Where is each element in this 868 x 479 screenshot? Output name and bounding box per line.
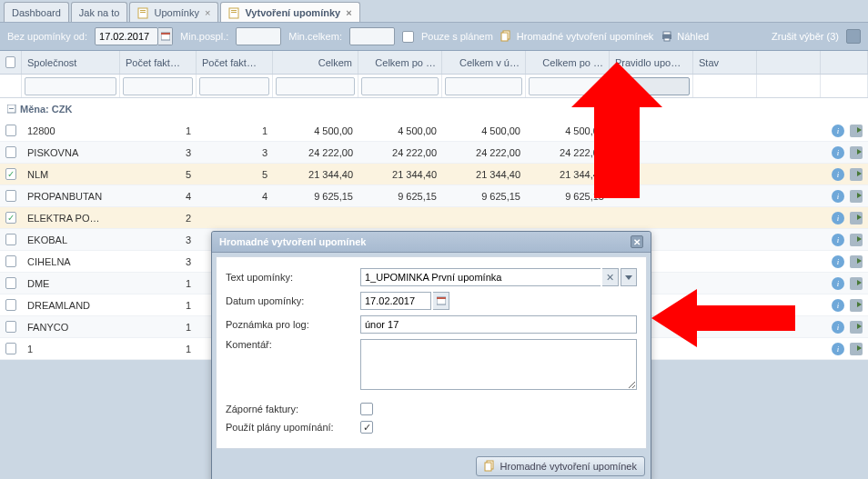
poznamka-input[interactable] <box>360 315 637 334</box>
poznamka-label: Poznámka pro log: <box>226 319 360 330</box>
zaporne-checkbox[interactable] <box>360 403 373 415</box>
info-icon[interactable]: i <box>832 299 844 312</box>
row-checkbox[interactable] <box>5 234 16 245</box>
filter-total-po2[interactable] <box>529 77 606 95</box>
close-icon[interactable]: × <box>346 7 351 18</box>
go-icon[interactable] <box>850 212 863 225</box>
row-checkbox[interactable] <box>5 168 16 180</box>
filter-inv1[interactable] <box>123 77 193 95</box>
bulk-create-label: Hromadné vytvoření upomínek <box>517 31 653 42</box>
info-icon[interactable]: i <box>832 255 844 268</box>
go-icon[interactable] <box>850 125 863 137</box>
info-icon[interactable]: i <box>832 168 844 181</box>
cell-total: 9 625,15 <box>273 191 358 202</box>
go-icon[interactable] <box>850 343 863 355</box>
row-checkbox[interactable] <box>5 321 16 333</box>
info-icon[interactable]: i <box>832 190 844 203</box>
tab-reminders[interactable]: Upomínky × <box>129 2 218 22</box>
col-company[interactable]: Společnost <box>22 51 120 74</box>
chevron-down-icon[interactable] <box>621 268 637 286</box>
preview-button[interactable]: Náhled <box>661 30 709 43</box>
dropdown-button[interactable] <box>846 29 861 44</box>
tab-dashboard[interactable]: Dashboard <box>4 2 69 22</box>
min-celkem-input[interactable] <box>349 27 395 45</box>
table-row[interactable]: PISKOVNA3324 222,0024 222,0024 222,0024 … <box>0 142 868 164</box>
bulk-create-button[interactable]: Hromadné vytvoření upomínek <box>500 30 653 43</box>
table-row[interactable]: NLM5521 344,4021 344,4021 344,4021 344,4… <box>0 164 868 185</box>
text-upominky-input[interactable] <box>360 268 601 286</box>
calendar-icon[interactable] <box>433 292 449 310</box>
col-total-po2[interactable]: Celkem po … <box>526 51 610 74</box>
go-icon[interactable] <box>850 277 863 290</box>
col-inv2[interactable]: Počet fakt… <box>197 51 273 74</box>
col-inv1[interactable]: Počet fakt… <box>120 51 197 74</box>
go-icon[interactable] <box>850 299 863 312</box>
table-row[interactable]: PROPANBUTAN449 625,159 625,159 625,159 6… <box>0 185 868 207</box>
cell-inv2: 1 <box>197 125 273 136</box>
cancel-selection-button[interactable]: Zrušit výběr (3) <box>772 31 839 42</box>
filter-total-po[interactable] <box>361 77 439 95</box>
col-total-po[interactable]: Celkem po … <box>358 51 442 74</box>
row-checkbox[interactable] <box>5 277 16 289</box>
col-total-vu[interactable]: Celkem v ú… <box>442 51 526 74</box>
row-checkbox[interactable] <box>5 125 16 136</box>
cell-inv1: 1 <box>120 300 197 311</box>
go-icon[interactable] <box>850 168 863 181</box>
datum-input[interactable] <box>360 292 431 310</box>
row-checkbox[interactable] <box>5 343 16 354</box>
cell-total-vu: 24 222,00 <box>442 147 526 158</box>
tab-label: Vytvoření upomínky <box>245 7 340 18</box>
cell-inv1: 5 <box>120 169 197 180</box>
group-header[interactable]: Měna: CZK <box>0 98 868 120</box>
tab-create-reminder[interactable]: Vytvoření upomínky × <box>220 2 359 22</box>
clear-icon[interactable]: ✕ <box>602 268 619 286</box>
info-icon[interactable]: i <box>832 321 844 334</box>
go-icon[interactable] <box>850 190 863 203</box>
go-icon[interactable] <box>850 321 863 334</box>
text-upominky-combo[interactable]: ✕ <box>360 268 637 286</box>
svg-rect-2 <box>140 12 146 13</box>
info-icon[interactable]: i <box>832 125 844 137</box>
cell-company: 1 <box>22 344 120 354</box>
dialog-close-button[interactable]: ✕ <box>631 235 643 248</box>
close-icon[interactable]: × <box>205 7 210 18</box>
filter-total[interactable] <box>276 77 355 95</box>
filter-company[interactable] <box>25 77 116 95</box>
filter-rule[interactable] <box>612 77 690 95</box>
calendar-icon[interactable] <box>158 27 173 45</box>
no-reminder-from-date[interactable] <box>95 27 158 45</box>
pouzit-plany-checkbox[interactable] <box>360 421 373 434</box>
filter-inv2[interactable] <box>199 77 269 95</box>
cell-company: DREAMLAND <box>22 300 120 311</box>
go-icon[interactable] <box>850 146 863 159</box>
info-icon[interactable]: i <box>832 212 844 225</box>
info-icon[interactable]: i <box>832 277 844 290</box>
row-checkbox[interactable] <box>5 299 16 311</box>
filter-total-vu[interactable] <box>445 77 522 95</box>
table-row[interactable]: 12800114 500,004 500,004 500,004 500,00i <box>0 120 868 142</box>
tab-howto[interactable]: Jak na to <box>71 2 128 22</box>
col-stav[interactable]: Stav <box>693 51 757 74</box>
row-checkbox[interactable] <box>5 212 16 224</box>
info-icon[interactable]: i <box>832 343 844 355</box>
svg-rect-5 <box>231 12 237 13</box>
col-rule[interactable]: Pravidlo upo… <box>610 51 693 74</box>
row-checkbox[interactable] <box>5 255 16 267</box>
tab-label: Dashboard <box>12 7 61 18</box>
info-icon[interactable]: i <box>832 146 844 159</box>
dialog-titlebar[interactable]: Hromadné vytvoření upomínek ✕ <box>212 232 651 253</box>
row-checkbox[interactable] <box>5 190 16 202</box>
col-total[interactable]: Celkem <box>273 51 358 74</box>
select-all-checkbox[interactable] <box>5 56 15 68</box>
svg-rect-12 <box>664 38 670 41</box>
row-checkbox[interactable] <box>5 146 16 158</box>
table-row[interactable]: ELEKTRA PO…2i <box>0 207 868 229</box>
min-pospl-input[interactable] <box>236 27 281 45</box>
only-plan-checkbox[interactable] <box>402 31 414 43</box>
go-icon[interactable] <box>850 255 863 268</box>
go-icon[interactable] <box>850 234 863 246</box>
pouzit-plany-label: Použít plány upomínání: <box>226 422 360 433</box>
dialog-submit-button[interactable]: Hromadné vytvoření upomínek <box>476 456 645 476</box>
komentar-textarea[interactable] <box>360 339 637 390</box>
info-icon[interactable]: i <box>832 234 844 246</box>
